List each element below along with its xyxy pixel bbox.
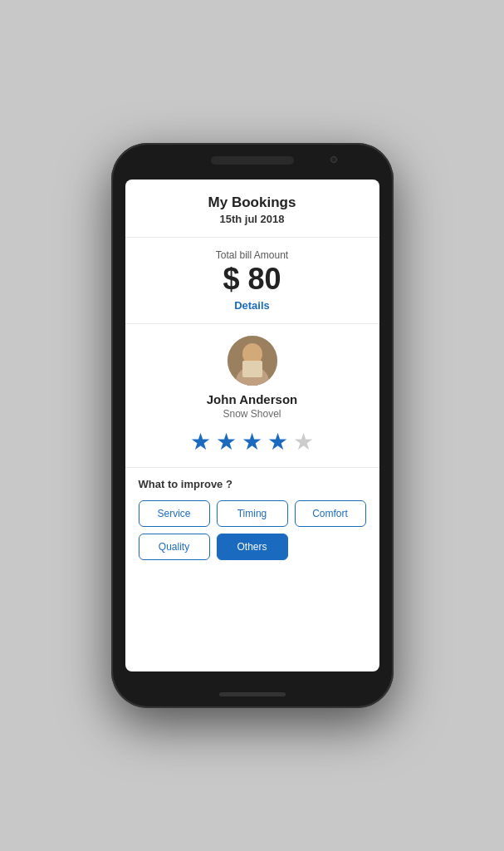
svg-rect-3 — [242, 361, 262, 377]
option-service[interactable]: Service — [139, 500, 210, 527]
star-5[interactable]: ★ — [293, 428, 314, 455]
bill-section: Total bill Amount $ 80 Details — [125, 238, 379, 324]
bill-label: Total bill Amount — [139, 249, 366, 261]
phone-frame: My Bookings 15th jul 2018 Total bill Amo… — [111, 143, 394, 708]
improve-options-grid: Service Timing Comfort Quality Others — [139, 500, 366, 560]
details-link[interactable]: Details — [139, 299, 366, 312]
booking-header: My Bookings 15th jul 2018 — [125, 180, 379, 238]
star-1[interactable]: ★ — [190, 428, 211, 455]
phone-screen: My Bookings 15th jul 2018 Total bill Amo… — [125, 180, 379, 671]
booking-date: 15th jul 2018 — [139, 213, 366, 225]
provider-avatar — [228, 336, 277, 386]
option-quality[interactable]: Quality — [139, 534, 210, 560]
option-comfort[interactable]: Comfort — [295, 500, 366, 527]
star-4[interactable]: ★ — [267, 428, 288, 455]
provider-section: John Anderson Snow Shovel ★ ★ ★ ★ ★ — [125, 324, 379, 468]
improve-section: What to improve ? Service Timing Comfort… — [125, 468, 379, 671]
bill-amount: $ 80 — [139, 264, 366, 294]
rating-stars[interactable]: ★ ★ ★ ★ ★ — [139, 428, 366, 455]
phone-speaker — [211, 156, 294, 165]
option-others[interactable]: Others — [217, 534, 288, 560]
phone-camera — [330, 156, 337, 163]
star-2[interactable]: ★ — [216, 428, 237, 455]
phone-home-indicator — [219, 692, 286, 696]
booking-title: My Bookings — [139, 194, 366, 211]
option-timing[interactable]: Timing — [217, 500, 288, 527]
star-3[interactable]: ★ — [242, 428, 262, 455]
provider-name: John Anderson — [139, 392, 366, 406]
provider-service: Snow Shovel — [139, 408, 366, 420]
improve-title: What to improve ? — [139, 478, 366, 490]
